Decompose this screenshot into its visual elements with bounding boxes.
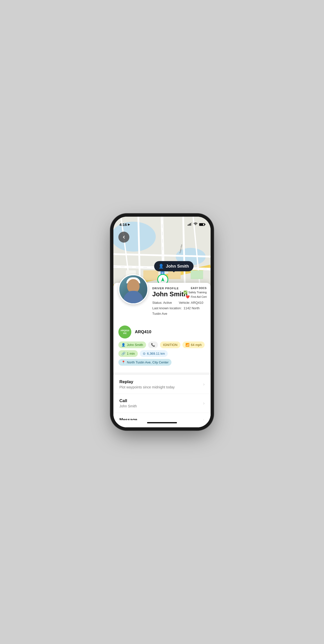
status-bar: 4:16 ▶ bbox=[113, 217, 211, 229]
driver-avatar bbox=[118, 274, 148, 304]
easy-docs-label: EASY DOCS bbox=[183, 287, 207, 290]
ignition-tag[interactable]: IGNITION bbox=[160, 342, 180, 348]
home-indicator-bar bbox=[147, 422, 177, 423]
phone-tag[interactable]: 📞 bbox=[148, 342, 158, 348]
wifi-icon bbox=[193, 222, 198, 227]
location-arrow-icon: ▶ bbox=[128, 223, 130, 226]
avatar-body bbox=[123, 291, 143, 303]
driver-tag-label: John Smith bbox=[127, 343, 143, 347]
vehicle-badge-line1: ARQ510 bbox=[120, 329, 129, 332]
time-tag-label: 1 min bbox=[127, 352, 135, 356]
replay-item-left: Replay Plot waypoints since midnight tod… bbox=[119, 380, 203, 389]
replay-subtitle: Plot waypoints since midnight today bbox=[119, 385, 203, 389]
driver-avatar-container bbox=[118, 274, 148, 304]
svg-marker-18 bbox=[161, 277, 164, 282]
driver-tag-icon: 👤 bbox=[121, 343, 125, 347]
avatar-photo bbox=[119, 275, 147, 303]
odometer-icon: ⊙ bbox=[143, 352, 146, 356]
driver-tooltip-icon: 👤 bbox=[159, 264, 164, 269]
driver-profile-card: DRIVER PROFILE John Smith Status: Active… bbox=[113, 283, 211, 322]
driver-tag[interactable]: 👤 John Smith bbox=[118, 342, 146, 348]
back-button[interactable] bbox=[118, 232, 129, 242]
location-label: Last known location: bbox=[152, 306, 182, 310]
vehicle-section: ARQ510 VIC ARQ410 👤 John Smith 📞 IGNITIO… bbox=[113, 322, 211, 373]
svg-rect-1 bbox=[189, 224, 190, 226]
signal-icon bbox=[188, 222, 192, 226]
distance-tag-label: 6,369.11 km bbox=[147, 352, 165, 356]
driver-tooltip: 👤 John Smith bbox=[154, 261, 193, 271]
call-subtitle: John Smith bbox=[119, 404, 203, 408]
phone-content[interactable]: Tustin Ave La Palma Ave La Palma Ave Noh… bbox=[113, 217, 211, 427]
call-chevron-icon: › bbox=[203, 401, 205, 406]
battery-icon bbox=[199, 223, 205, 226]
list-section: Replay Plot waypoints since midnight tod… bbox=[113, 375, 211, 427]
speed-icon: 📶 bbox=[185, 343, 189, 347]
vehicle-value: ARQ410 bbox=[191, 301, 203, 304]
status-value: Active bbox=[163, 301, 172, 304]
phone-tag-icon: 📞 bbox=[151, 343, 155, 347]
status-label: Status: bbox=[152, 301, 162, 304]
tags-row-1: 👤 John Smith 📞 IGNITION 📶 64 mph bbox=[118, 342, 206, 348]
status-time: 4:16 ▶ bbox=[119, 222, 130, 227]
replay-title: Replay bbox=[119, 380, 203, 384]
time-display: 4:16 bbox=[119, 222, 127, 227]
bottom-content: ARQ510 VIC ARQ410 👤 John Smith 📞 IGNITIO… bbox=[113, 322, 211, 427]
svg-rect-17 bbox=[191, 270, 203, 279]
safety-training-text: Safety Training bbox=[188, 291, 207, 294]
home-indicator bbox=[113, 420, 211, 427]
vehicle-badge-line2: VIC bbox=[123, 332, 127, 335]
first-aid-text: First Aid Cert bbox=[191, 295, 207, 298]
phone-frame: 4:16 ▶ bbox=[113, 217, 211, 427]
safety-training-icon: ✅ bbox=[183, 290, 187, 294]
profile-details: Status: Active Vehicle: ARQ410 Last know… bbox=[152, 300, 206, 316]
map-section: Tustin Ave La Palma Ave La Palma Ave Noh… bbox=[113, 217, 211, 322]
call-item-left: Call John Smith bbox=[119, 398, 203, 408]
tags-row-2: 🔗 1 min ⊙ 6,369.11 km bbox=[118, 350, 206, 357]
first-aid-icon: ❤️ bbox=[186, 295, 190, 299]
vehicle-id-row: ARQ510 VIC ARQ410 bbox=[118, 326, 206, 338]
vehicle-badge: ARQ510 VIC bbox=[118, 326, 131, 338]
location-tag[interactable]: 📍 North Tustin Ave, City Center bbox=[118, 359, 171, 366]
vehicle-label: Vehicle: bbox=[179, 301, 190, 304]
replay-chevron-icon: › bbox=[203, 382, 205, 387]
speed-tag-label: 64 mph bbox=[191, 343, 202, 347]
svg-rect-0 bbox=[188, 225, 188, 226]
speed-tag[interactable]: 📶 64 mph bbox=[182, 342, 205, 348]
link-icon: 🔗 bbox=[121, 352, 125, 356]
status-icons bbox=[188, 222, 205, 227]
distance-tag[interactable]: ⊙ 6,369.11 km bbox=[140, 350, 168, 357]
easy-docs-section: EASY DOCS ✅ Safety Training ❤️ First Aid… bbox=[183, 287, 207, 300]
svg-rect-2 bbox=[190, 223, 191, 226]
driver-tooltip-name: John Smith bbox=[166, 264, 189, 269]
svg-rect-3 bbox=[191, 222, 192, 226]
first-aid-badge: ❤️ First Aid Cert bbox=[183, 295, 207, 299]
tags-row-3: 📍 North Tustin Ave, City Center bbox=[118, 359, 206, 366]
location-pin-icon: 📍 bbox=[121, 360, 125, 364]
call-title: Call bbox=[119, 398, 203, 403]
vehicle-title: ARQ410 bbox=[135, 330, 151, 334]
replay-list-item[interactable]: Replay Plot waypoints since midnight tod… bbox=[113, 375, 211, 394]
ignition-tag-label: IGNITION bbox=[163, 343, 177, 347]
safety-training-badge: ✅ Safety Training bbox=[183, 290, 207, 294]
time-tag[interactable]: 🔗 1 min bbox=[118, 350, 138, 357]
call-list-item[interactable]: Call John Smith › bbox=[113, 394, 211, 413]
location-tag-label: North Tustin Ave, City Center bbox=[127, 360, 168, 364]
